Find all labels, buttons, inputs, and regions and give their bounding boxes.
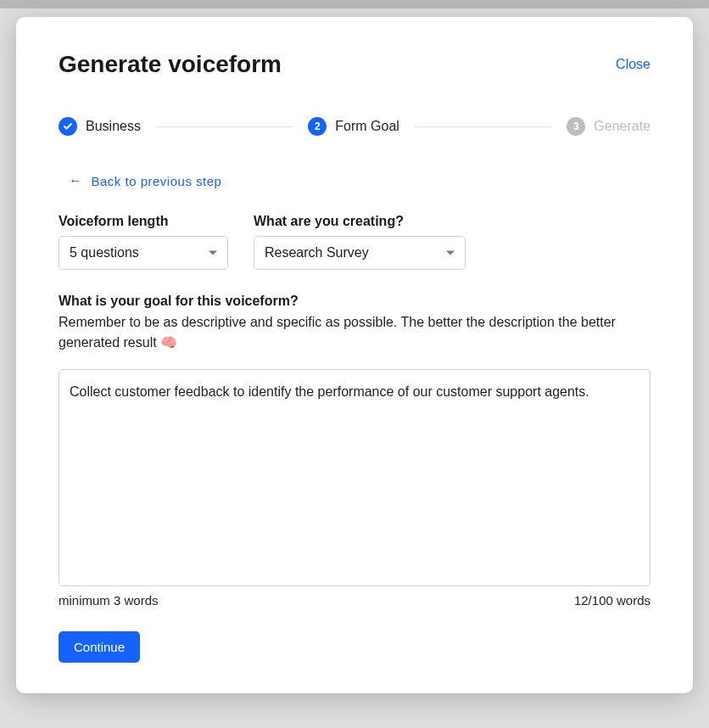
length-label: Voiceform length xyxy=(59,214,228,229)
goal-textarea-wrap xyxy=(59,369,650,586)
back-button[interactable]: ← Back to previous step xyxy=(69,174,221,188)
arrow-left-icon: ← xyxy=(69,174,83,188)
step-label: Generate xyxy=(594,119,650,134)
stepper: Business 2 Form Goal 3 Generate xyxy=(59,117,650,136)
step-number-icon: 2 xyxy=(308,117,327,136)
length-field-group: Voiceform length 5 questions xyxy=(59,214,228,270)
length-select-value: 5 questions xyxy=(70,245,139,260)
step-generate: 3 Generate xyxy=(567,117,650,136)
type-select[interactable]: Research Survey xyxy=(254,236,466,270)
modal-title: Generate voiceform xyxy=(59,51,282,78)
type-select-value: Research Survey xyxy=(265,245,369,260)
goal-description: Remember to be as descriptive and specif… xyxy=(59,312,650,355)
step-business[interactable]: Business xyxy=(59,117,141,136)
window-topbar xyxy=(0,0,709,8)
step-label: Form Goal xyxy=(335,119,399,134)
step-label: Business xyxy=(86,119,141,134)
chevron-down-icon xyxy=(446,250,455,255)
generate-voiceform-modal: Generate voiceform Close Business 2 Form… xyxy=(16,17,693,693)
goal-helper-row: minimum 3 words 12/100 words xyxy=(59,593,650,608)
step-form-goal: 2 Form Goal xyxy=(308,117,399,136)
type-field-group: What are you creating? Research Survey xyxy=(254,214,466,270)
goal-word-counter: 12/100 words xyxy=(574,593,650,608)
step-divider xyxy=(415,126,551,127)
chevron-down-icon xyxy=(209,250,217,255)
goal-textarea[interactable] xyxy=(70,382,639,574)
type-label: What are you creating? xyxy=(254,214,466,229)
modal-header: Generate voiceform Close xyxy=(59,51,650,78)
continue-button[interactable]: Continue xyxy=(59,631,140,663)
form-row: Voiceform length 5 questions What are yo… xyxy=(59,214,650,270)
check-icon xyxy=(59,117,77,136)
step-divider xyxy=(156,126,293,127)
step-number-icon: 3 xyxy=(567,117,585,136)
close-button[interactable]: Close xyxy=(616,57,650,72)
length-select[interactable]: 5 questions xyxy=(59,236,228,270)
goal-title: What is your goal for this voiceform? xyxy=(59,294,650,309)
goal-section: What is your goal for this voiceform? Re… xyxy=(59,294,650,608)
back-label: Back to previous step xyxy=(92,174,222,188)
goal-min-hint: minimum 3 words xyxy=(59,593,159,608)
